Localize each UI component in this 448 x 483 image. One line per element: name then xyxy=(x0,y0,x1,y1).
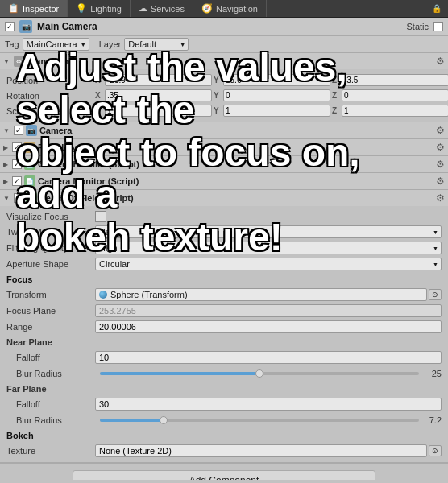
focus-transform-pick-btn[interactable]: ⊙ xyxy=(429,289,442,300)
layer-dropdown[interactable]: Default xyxy=(124,38,189,51)
dof-gear[interactable]: ⚙ xyxy=(436,192,445,204)
handler-gear[interactable]: ⚙ xyxy=(436,159,445,170)
far-plane-row: Far Plane xyxy=(0,382,448,396)
tab-navigation-label: Navigation xyxy=(216,4,258,14)
filtering-quality-value[interactable]: High xyxy=(95,242,442,254)
layer-value: Default xyxy=(128,39,156,49)
layer-label-text: Layer xyxy=(99,39,122,49)
focus-plane-label: Focus Plane xyxy=(6,306,95,316)
tab-services[interactable]: ☁ Services xyxy=(131,0,193,17)
far-blur-end-val: 7.2 xyxy=(424,415,442,425)
object-name: Main Camera xyxy=(37,21,401,32)
range-input[interactable] xyxy=(95,320,442,333)
rot-x-input[interactable] xyxy=(105,89,212,101)
near-blur-slider-wrap[interactable] xyxy=(100,367,419,380)
camera-triangle: ▼ xyxy=(3,127,10,134)
tweak-mode-row: Tweak Mode Range xyxy=(0,224,448,240)
scale-z-input[interactable] xyxy=(342,105,448,117)
aperture-shape-value[interactable]: Circular xyxy=(95,258,442,270)
near-blur-row: Blur Radius 25 xyxy=(0,365,448,382)
texture-pick-btn[interactable]: ⊙ xyxy=(429,445,442,456)
tag-label-text: Tag xyxy=(5,39,19,49)
pos-z-letter: Z xyxy=(332,76,340,85)
texture-row: Texture ⊙ xyxy=(0,443,448,459)
transform-header[interactable]: ▼ ⇔ Transform ⚙ xyxy=(0,53,448,69)
monitor-checkbox[interactable]: ✓ xyxy=(12,176,22,186)
near-falloff-input[interactable] xyxy=(95,351,442,364)
far-blur-slider-wrap[interactable] xyxy=(100,414,419,427)
handler-checkbox[interactable]: ✓ xyxy=(12,159,22,169)
tweak-mode-dropdown[interactable]: Range xyxy=(95,225,442,238)
rot-y-letter: Y xyxy=(214,91,222,100)
tab-navigation[interactable]: 🧭 Navigation xyxy=(193,0,267,17)
position-row: Position X Y Z xyxy=(0,72,448,88)
object-enabled-checkbox[interactable]: ✓ xyxy=(5,22,15,31)
aperture-shape-dropdown[interactable]: Circular xyxy=(95,258,442,270)
visualize-focus-checkbox[interactable] xyxy=(95,211,106,222)
focus-transform-value: Sphere (Transform) xyxy=(110,290,188,299)
tab-inspector[interactable]: 📋 Inspector xyxy=(0,0,68,17)
flare-gear[interactable]: ⚙ xyxy=(436,142,445,153)
pos-x-letter: X xyxy=(95,76,103,85)
camera-handler-component: ▶ ✓ 📄 Camera Handler (Script) ⚙ xyxy=(0,156,448,173)
pos-z-input[interactable] xyxy=(342,74,448,86)
camera-monitor-header[interactable]: ▶ ✓ 📄 Camera Monitor (Script) ⚙ xyxy=(0,173,448,189)
far-plane-label: Far Plane xyxy=(6,384,95,394)
focus-plane-input[interactable] xyxy=(95,304,442,317)
focus-transform-picker[interactable]: Sphere (Transform) xyxy=(95,288,427,301)
pos-x-input[interactable] xyxy=(105,74,212,86)
transform-gear[interactable]: ⚙ xyxy=(436,56,445,67)
camera-label: Camera xyxy=(39,126,433,135)
focus-transform-row: Transform Sphere (Transform) ⊙ xyxy=(0,287,448,303)
rot-y-input[interactable] xyxy=(223,89,330,101)
visualize-focus-row: Visualize Focus xyxy=(0,209,448,224)
texture-input[interactable] xyxy=(95,444,427,457)
position-label: Position xyxy=(6,76,95,85)
camera-header[interactable]: ▼ ✓ 📷 Camera ⚙ xyxy=(0,122,448,138)
far-blur-thumb[interactable] xyxy=(160,416,168,424)
scale-y-input[interactable] xyxy=(223,105,330,117)
handler-icon: 📄 xyxy=(24,159,35,170)
camera-gear[interactable]: ⚙ xyxy=(436,125,445,136)
tag-dropdown[interactable]: MainCamera xyxy=(23,38,89,51)
monitor-gear[interactable]: ⚙ xyxy=(436,175,445,187)
scale-x-input[interactable] xyxy=(105,105,212,117)
tweak-mode-value[interactable]: Range xyxy=(95,225,442,238)
camera-monitor-component: ▶ ✓ 📄 Camera Monitor (Script) ⚙ xyxy=(0,173,448,190)
filtering-quality-dropdown[interactable]: High xyxy=(95,242,442,254)
texture-label: Texture xyxy=(6,446,95,456)
monitor-icon: 📄 xyxy=(24,175,35,187)
dof-header[interactable]: ▼ ✓ 📄 Depth Of Field (Script) ⚙ xyxy=(0,190,448,206)
flare-checkbox[interactable]: ✓ xyxy=(12,142,22,152)
dof-component: ▼ ✓ 📄 Depth Of Field (Script) ⚙ Visualiz… xyxy=(0,190,448,463)
transform-icon: ⇔ xyxy=(14,56,25,67)
main-scroll-area[interactable]: ▼ ⇔ Transform ⚙ Position X Y Z xyxy=(0,53,448,480)
tab-lighting-label: Lighting xyxy=(90,4,122,14)
near-blur-label: Blur Radius xyxy=(6,369,95,378)
navigation-icon: 🧭 xyxy=(201,3,213,14)
scale-y-letter: Y xyxy=(214,106,222,115)
static-checkbox[interactable] xyxy=(433,22,443,31)
pos-y-input[interactable] xyxy=(223,74,330,86)
rot-z-letter: Z xyxy=(332,91,340,100)
range-label: Range xyxy=(6,322,95,332)
camera-handler-header[interactable]: ▶ ✓ 📄 Camera Handler (Script) ⚙ xyxy=(0,156,448,172)
filtering-quality-row: Filtering Quality High xyxy=(0,240,448,256)
camera-checkbox[interactable]: ✓ xyxy=(14,126,23,135)
rotation-row: Rotation X Y Z xyxy=(0,88,448,103)
far-falloff-input[interactable] xyxy=(95,398,442,411)
scale-row: Scale X Y Z xyxy=(0,103,448,118)
flare-layer-component: ▶ ✓ ✦ Flare Layer ⚙ xyxy=(0,139,448,156)
near-plane-row: Near Plane xyxy=(0,335,448,349)
near-blur-thumb[interactable] xyxy=(255,369,263,378)
rot-z-input[interactable] xyxy=(342,89,448,101)
tab-lighting[interactable]: 💡 Lighting xyxy=(68,0,131,17)
tweak-mode-label: Tweak Mode xyxy=(6,227,95,237)
tag-layer-row: Tag MainCamera Layer Default xyxy=(0,36,448,53)
lock-button[interactable]: 🔒 xyxy=(425,0,448,17)
add-component-button[interactable]: Add Component xyxy=(73,470,375,480)
flare-header[interactable]: ▶ ✓ ✦ Flare Layer ⚙ xyxy=(0,139,448,155)
dof-checkbox[interactable]: ✓ xyxy=(14,193,23,203)
far-blur-label: Blur Radius xyxy=(6,415,95,425)
far-blur-row: Blur Radius 7.2 xyxy=(0,412,448,428)
